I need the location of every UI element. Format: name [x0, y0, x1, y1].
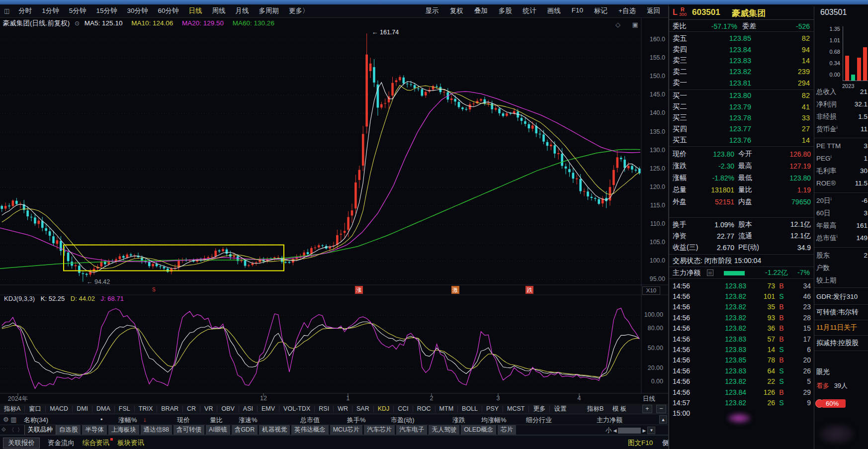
pin-icon[interactable]: ⟐: [1, 427, 6, 433]
column-header[interactable]: 总市值: [300, 416, 320, 425]
sector-tab[interactable]: AI眼镜: [206, 425, 230, 435]
indicator-item[interactable]: CCI: [394, 406, 413, 412]
sector-tab[interactable]: 英伟达概念: [291, 425, 329, 435]
column-header[interactable]: 主力净额: [597, 416, 622, 425]
indicator-item[interactable]: CR: [183, 406, 200, 412]
sector-tab[interactable]: MCU芯片: [330, 425, 362, 435]
status-tab[interactable]: 综合资讯: [83, 439, 109, 448]
column-header[interactable]: 均涨幅%: [481, 416, 507, 425]
ask-row[interactable]: 卖二 123.82 239: [669, 66, 814, 77]
indicator-item[interactable]: KDJ: [374, 406, 394, 412]
ask-row[interactable]: 卖五 123.85 82: [669, 33, 814, 44]
sentiment-badge[interactable]: 60%: [815, 399, 846, 408]
column-header[interactable]: 市盈(动): [391, 416, 415, 425]
indicator-item[interactable]: DMI: [73, 406, 92, 412]
indicator-item[interactable]: BRAR: [157, 406, 183, 412]
sector-tab[interactable]: 半导体: [82, 425, 107, 435]
zoom-in-button[interactable]: +: [642, 405, 652, 413]
sector-tab[interactable]: 汽车电子: [396, 425, 427, 435]
zoom-out-button[interactable]: −: [656, 405, 666, 413]
indicator-window-button[interactable]: 窗口: [25, 406, 46, 412]
column-header[interactable]: 细分行业: [526, 416, 552, 425]
chart-corner-icons[interactable]: ◇ ▣: [615, 21, 643, 28]
column-header[interactable]: 量比: [210, 416, 223, 425]
dropdown-icon[interactable]: ▼: [647, 427, 655, 434]
indicator-item[interactable]: PSY: [482, 406, 503, 412]
price-axis-tick: 135.0: [641, 128, 665, 135]
chart-region[interactable]: 豪威集团(日线.前复权) ⊙ MA5: 125.10 MA10: 124.06 …: [0, 0, 669, 404]
bid-row[interactable]: 买五 123.76 14: [669, 135, 814, 146]
indicator-item[interactable]: MACD: [46, 406, 73, 412]
kdj-period-label[interactable]: 日线: [643, 395, 655, 403]
bid-row[interactable]: 买四 123.77 27: [669, 123, 814, 134]
news-item[interactable]: 可转债:韦尔转: [814, 305, 868, 320]
scroll-left-icon[interactable]: ◀: [613, 428, 617, 433]
sector-tab[interactable]: 无人驾驶: [429, 425, 459, 435]
tick-volume: 78: [746, 356, 775, 364]
column-header[interactable]: 涨速%: [239, 416, 258, 425]
scroll-right-icon[interactable]: ▶: [642, 428, 646, 433]
chevron-left-icon[interactable]: 〈: [9, 426, 14, 434]
news-item[interactable]: GDR:发行310: [814, 289, 868, 305]
sector-tab[interactable]: 汽车芯片: [364, 425, 395, 435]
indicator-more-button[interactable]: 更多: [529, 406, 550, 412]
indicator-item[interactable]: MCST: [503, 406, 529, 412]
indicator-item[interactable]: TRIX: [135, 406, 157, 412]
ask-row[interactable]: 卖一 123.81 294: [669, 78, 814, 89]
sector-tab[interactable]: OLED概念: [461, 425, 496, 435]
bid-row[interactable]: 买三 123.78 33: [669, 112, 814, 123]
news-item[interactable]: 拟减持:控股股: [814, 336, 868, 351]
collapse-icon[interactable]: ⊙: [75, 20, 80, 27]
indicator-item[interactable]: SAR: [352, 406, 374, 412]
bid-row[interactable]: 买一 123.80 82: [669, 90, 814, 101]
sector-tab[interactable]: 机器视觉: [259, 425, 290, 435]
ask-volume: 14: [751, 57, 810, 65]
sector-tab[interactable]: 芯片: [498, 425, 516, 435]
gear-icon[interactable]: ⚙ ▥: [3, 416, 17, 423]
column-header[interactable]: 涨跌: [452, 416, 465, 425]
tab-scrollbar[interactable]: [618, 428, 641, 434]
status-tab[interactable]: 资金流向: [48, 439, 75, 448]
indicator-item[interactable]: DMA: [92, 406, 115, 412]
indicator-item[interactable]: WR: [334, 406, 352, 412]
indicator-item[interactable]: FSL: [115, 406, 135, 412]
column-name[interactable]: 名称(34): [24, 416, 48, 425]
indicator-a-label[interactable]: 指标A: [0, 406, 25, 412]
indicator-template-button[interactable]: 模 板: [612, 404, 626, 414]
list-icon[interactable]: ▤: [707, 269, 713, 276]
scroll-up-button[interactable]: ▲: [659, 415, 667, 424]
indicator-item[interactable]: ASI: [239, 406, 258, 412]
sector-tab[interactable]: 上海板块: [108, 425, 139, 435]
ask-row[interactable]: 卖三 123.83 14: [669, 55, 814, 66]
indicator-item[interactable]: VR: [200, 406, 217, 412]
sector-tab[interactable]: 自选股: [56, 425, 81, 435]
indicator-item[interactable]: BOLL: [458, 406, 482, 412]
indicator-item[interactable]: MTM: [435, 406, 458, 412]
column-header[interactable]: 涨幅%: [118, 416, 137, 425]
f10-link[interactable]: 图文F10: [628, 439, 653, 448]
column-header[interactable]: 现价: [177, 416, 190, 425]
indicator-item[interactable]: RSI: [315, 406, 334, 412]
column-header[interactable]: 换手%: [347, 416, 366, 425]
sector-tab[interactable]: 含GDR: [232, 425, 258, 435]
bid-row[interactable]: 买二 123.79 41: [669, 101, 814, 112]
status-tab[interactable]: 关联报价: [3, 438, 40, 449]
ask-row[interactable]: 卖四 123.84 94: [669, 44, 814, 55]
chevron-right-icon[interactable]: 〉: [17, 426, 23, 434]
indicator-item[interactable]: VOL-TDX: [279, 406, 315, 412]
font-size-button[interactable]: 小: [606, 426, 612, 435]
x-axis-tick: 3: [482, 395, 514, 402]
indicator-item[interactable]: OBV: [217, 406, 239, 412]
sector-tab-selected[interactable]: 关联品种: [24, 425, 56, 435]
sector-tab[interactable]: 含可转债: [174, 425, 204, 435]
indicator-b-button[interactable]: 指标B: [587, 404, 604, 414]
main-net-row[interactable]: 主力净额 ▤ -1.22亿 -7%: [669, 267, 814, 279]
candlestick-kdj-chart[interactable]: [0, 0, 669, 404]
news-item[interactable]: 11月11日关于: [814, 320, 868, 336]
status-tab[interactable]: 板块资讯: [117, 439, 144, 448]
indicator-item[interactable]: EMV: [258, 406, 279, 412]
sector-tab[interactable]: 通达信88: [141, 425, 172, 435]
indicator-item[interactable]: ROC: [413, 406, 435, 412]
indicator-settings-button[interactable]: 设置: [550, 406, 570, 412]
tick-price: 123.82: [695, 292, 746, 300]
